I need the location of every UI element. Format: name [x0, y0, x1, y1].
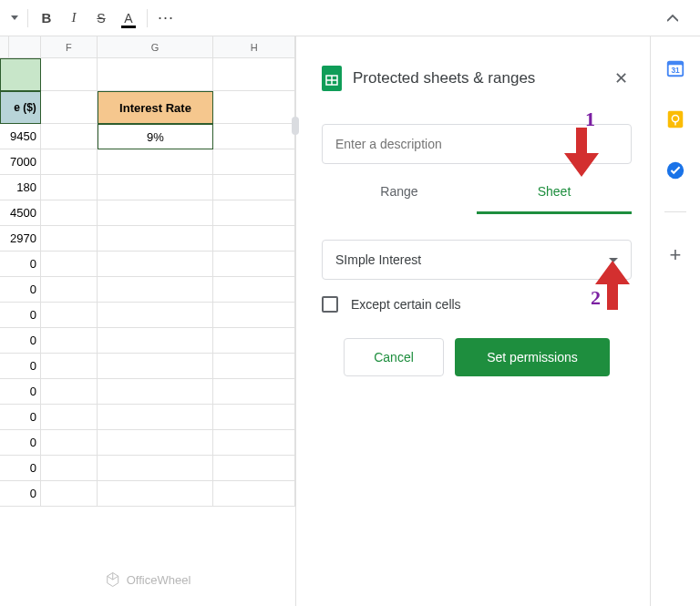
cell[interactable]	[213, 328, 295, 354]
cell[interactable]	[98, 430, 214, 456]
cell[interactable]: 2970	[0, 226, 41, 252]
col-header-h[interactable]: H	[213, 36, 295, 57]
cell[interactable]: 0	[0, 354, 41, 379]
col-header-f[interactable]: F	[41, 36, 98, 57]
cell[interactable]: 0	[0, 405, 41, 430]
cell[interactable]: 0	[0, 379, 41, 405]
set-permissions-button[interactable]: Set permissions	[455, 338, 610, 376]
add-button[interactable]: +	[670, 243, 682, 267]
cell[interactable]	[213, 252, 295, 277]
sheet-selected-label: SImple Interest	[335, 252, 421, 267]
calendar-icon[interactable]: 31	[665, 58, 685, 78]
cell[interactable]: 0	[0, 481, 41, 507]
keep-icon[interactable]	[665, 109, 685, 129]
toolbar: B I S A ···	[0, 0, 700, 36]
col-corner	[0, 36, 9, 57]
cell[interactable]	[41, 430, 98, 456]
strikethrough-button[interactable]: S	[88, 5, 114, 31]
cell[interactable]	[213, 354, 295, 379]
cell[interactable]	[41, 124, 98, 149]
separator	[27, 9, 28, 27]
tasks-icon[interactable]	[665, 160, 685, 180]
cell[interactable]	[41, 456, 98, 481]
bold-button[interactable]: B	[34, 5, 59, 31]
except-cells-checkbox[interactable]	[322, 296, 338, 313]
cell[interactable]	[98, 277, 214, 303]
collapse-toolbar-button[interactable]	[660, 5, 685, 31]
cell[interactable]	[213, 456, 295, 481]
spreadsheet-grid[interactable]: F G H e ($) Interest Rate 9450 9%	[0, 36, 296, 606]
toolbar-dropdown[interactable]	[7, 12, 22, 24]
cell[interactable]	[41, 58, 98, 91]
cell[interactable]	[98, 175, 214, 200]
cell[interactable]	[98, 405, 214, 430]
more-button[interactable]: ···	[153, 5, 179, 31]
cell[interactable]: 7000	[0, 149, 41, 175]
cell[interactable]	[98, 379, 214, 405]
cell[interactable]	[41, 405, 98, 430]
cell[interactable]: 0	[0, 277, 41, 303]
cancel-button[interactable]: Cancel	[344, 338, 444, 376]
cell[interactable]	[213, 58, 295, 91]
cell[interactable]	[213, 277, 295, 303]
close-button[interactable]: ✕	[611, 65, 632, 92]
watermark: OfficeWheel	[105, 571, 191, 588]
cell[interactable]	[213, 200, 295, 226]
tab-range[interactable]: Range	[322, 171, 477, 214]
cell[interactable]	[41, 149, 98, 175]
cell[interactable]	[98, 226, 214, 252]
cell[interactable]	[41, 277, 98, 303]
cell[interactable]	[213, 149, 295, 175]
cell[interactable]	[98, 456, 214, 481]
arrow-up-icon	[595, 261, 630, 310]
cell[interactable]	[41, 354, 98, 379]
cell[interactable]: 4500	[0, 200, 41, 226]
cell-header[interactable]: e ($)	[0, 91, 41, 124]
cell[interactable]	[213, 226, 295, 252]
side-panel-rail: 31 +	[651, 36, 700, 606]
cell[interactable]	[41, 481, 98, 507]
cell[interactable]	[41, 379, 98, 405]
cell[interactable]	[0, 58, 41, 91]
cell[interactable]: 0	[0, 252, 41, 277]
cell[interactable]	[41, 252, 98, 277]
col-header-e[interactable]	[9, 36, 41, 57]
cell[interactable]	[98, 200, 214, 226]
cell[interactable]	[41, 91, 98, 124]
cell[interactable]	[98, 303, 214, 328]
cell[interactable]	[98, 481, 214, 507]
cell[interactable]	[98, 328, 214, 354]
cell[interactable]	[213, 405, 295, 430]
cell[interactable]	[41, 226, 98, 252]
cell[interactable]	[98, 252, 214, 277]
cell[interactable]	[213, 379, 295, 405]
svg-rect-7	[668, 111, 684, 128]
cell[interactable]	[213, 124, 295, 149]
tab-sheet[interactable]: Sheet	[477, 171, 632, 214]
cell[interactable]: 0	[0, 328, 41, 354]
cell[interactable]: 0	[0, 456, 41, 481]
cell[interactable]	[98, 354, 214, 379]
col-header-g[interactable]: G	[98, 36, 214, 57]
cell[interactable]	[213, 91, 295, 124]
text-color-button[interactable]: A	[116, 5, 141, 31]
cell[interactable]	[98, 58, 214, 91]
cell[interactable]	[213, 303, 295, 328]
interest-rate-header[interactable]: Interest Rate	[98, 91, 214, 124]
cell[interactable]	[41, 328, 98, 354]
cell[interactable]	[213, 175, 295, 200]
cell[interactable]: 180	[0, 175, 41, 200]
cell[interactable]	[98, 149, 214, 175]
cell[interactable]: 0	[0, 303, 41, 328]
cell[interactable]	[213, 430, 295, 456]
interest-rate-value[interactable]: 9%	[98, 124, 214, 149]
arrow-down-icon	[564, 128, 599, 177]
italic-button[interactable]: I	[61, 5, 87, 31]
cell[interactable]	[41, 303, 98, 328]
cell[interactable]: 9450	[0, 124, 41, 149]
sheet-dropdown[interactable]: SImple Interest	[322, 240, 632, 280]
cell[interactable]	[213, 481, 295, 507]
cell[interactable]	[41, 200, 98, 226]
cell[interactable]: 0	[0, 430, 41, 456]
cell[interactable]	[41, 175, 98, 200]
